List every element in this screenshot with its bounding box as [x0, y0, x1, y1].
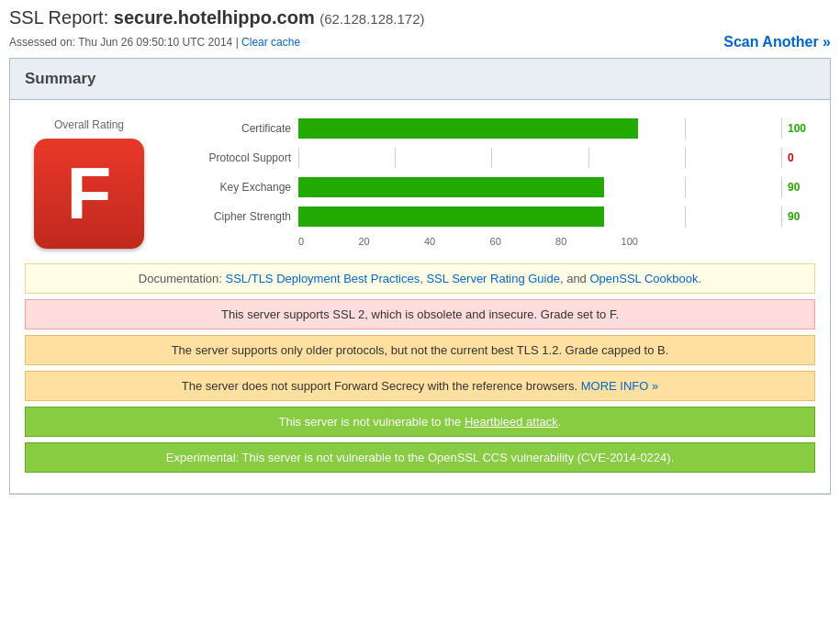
chart-bar-row: Key Exchange90 — [190, 177, 815, 197]
notice-text: , and — [560, 272, 590, 285]
assessed-info: Assessed on: Thu Jun 26 09:50:10 UTC 201… — [9, 36, 300, 49]
chart-bar-container — [298, 118, 782, 139]
grade-box: F — [34, 139, 144, 249]
chart-bar-row: Cipher Strength90 — [190, 206, 815, 227]
assessed-date: Thu Jun 26 09:50:10 UTC 2014 — [78, 36, 232, 49]
chart-bar-label: Certificate — [190, 122, 291, 135]
notice-text: This server is not vulnerable to the — [279, 415, 465, 429]
summary-header: Summary — [10, 59, 830, 100]
axis-ticks: 020406080100 — [298, 236, 638, 247]
notice-link[interactable]: SSL/TLS Deployment Best Practices — [226, 272, 420, 285]
chart-bar-container — [298, 206, 782, 227]
chart-bar-fill — [298, 177, 604, 197]
axis-tick: 60 — [490, 236, 501, 247]
notice-link[interactable]: OpenSSL Cookbook — [589, 272, 698, 285]
axis-tick: 20 — [358, 236, 369, 247]
chart-bar-container — [298, 148, 782, 168]
chart-bar-row: Certificate100 — [190, 118, 815, 139]
chart-axis: 020406080100 — [190, 236, 815, 247]
domain: secure.hotelhippo.com — [114, 7, 315, 28]
notice-info: Documentation: SSL/TLS Deployment Best P… — [25, 263, 815, 294]
rating-section: Overall Rating F Certificate100Protocol … — [25, 118, 815, 249]
chart-bar-value: 90 — [788, 181, 815, 194]
page-title: SSL Report: secure.hotelhippo.com (62.12… — [9, 7, 831, 28]
chart-bar-fill — [298, 118, 638, 139]
chart-bar-label: Key Exchange — [190, 181, 291, 194]
chart-bar-value: 100 — [788, 122, 815, 135]
axis-tick: 0 — [298, 236, 304, 247]
notice-link[interactable]: MORE INFO » — [581, 379, 659, 393]
chart-bar-fill — [298, 206, 604, 227]
ip: (62.128.128.172) — [319, 11, 424, 27]
notice-error: This server supports SSL 2, which is obs… — [25, 299, 815, 329]
notice-text: The server does not support Forward Secr… — [182, 379, 581, 393]
notice-warning: The server supports only older protocols… — [25, 335, 815, 365]
axis-tick: 40 — [424, 236, 435, 247]
axis-tick: 100 — [622, 236, 638, 247]
scan-another-link[interactable]: Scan Another » — [723, 34, 831, 50]
notice-link[interactable]: SSL Server Rating Guide — [426, 272, 559, 285]
clear-cache-link[interactable]: Clear cache — [241, 36, 300, 49]
notice-text: Documentation: — [139, 272, 226, 285]
notice-text: . — [699, 272, 702, 285]
chart-bar-container — [298, 177, 782, 197]
notice-link[interactable]: Heartbleed attack — [465, 415, 558, 429]
notices-section: Documentation: SSL/TLS Deployment Best P… — [25, 263, 815, 473]
chart-bar-label: Cipher Strength — [190, 210, 291, 223]
overall-rating-label: Overall Rating — [54, 118, 124, 131]
notice-success: Experimental: This server is not vulnera… — [25, 442, 815, 473]
notice-success: This server is not vulnerable to the Hea… — [25, 407, 815, 437]
chart-bar-row: Protocol Support0 — [190, 148, 815, 168]
axis-tick: 80 — [555, 236, 566, 247]
title-prefix: SSL Report: — [9, 7, 114, 28]
chart-bar-label: Protocol Support — [190, 151, 291, 164]
summary-content: Overall Rating F Certificate100Protocol … — [10, 100, 830, 494]
notice-warning: The server does not support Forward Secr… — [25, 371, 815, 401]
assessed-label: Assessed on: — [9, 36, 75, 49]
chart-bar-value: 0 — [788, 151, 815, 164]
chart-bar-value: 90 — [788, 210, 815, 223]
separator: | — [236, 36, 239, 49]
overall-rating: Overall Rating F — [25, 118, 153, 249]
notice-text: . — [558, 415, 562, 429]
chart-section: Certificate100Protocol Support0Key Excha… — [172, 118, 815, 247]
chart-bars: Certificate100Protocol Support0Key Excha… — [190, 118, 815, 227]
main-panel: Summary Overall Rating F Certificate100P… — [9, 58, 831, 495]
summary-title: Summary — [25, 70, 815, 88]
